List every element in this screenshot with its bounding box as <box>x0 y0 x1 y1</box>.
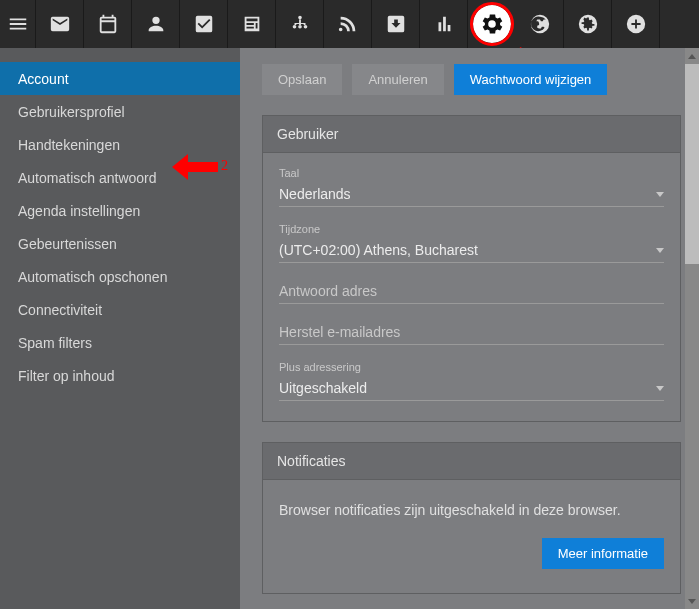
plus-addressing-label: Plus adressering <box>279 361 664 373</box>
plus-addressing-select[interactable]: Uitgeschakeld <box>279 376 664 401</box>
check-icon[interactable] <box>180 0 228 48</box>
sidebar-item-label: Automatisch opschonen <box>18 269 167 285</box>
person-icon[interactable] <box>132 0 180 48</box>
timezone-select[interactable]: (UTC+02:00) Athens, Bucharest <box>279 238 664 263</box>
news-icon[interactable] <box>228 0 276 48</box>
save-button[interactable]: Opslaan <box>262 64 342 95</box>
sidebar-item-label: Gebeurtenissen <box>18 236 117 252</box>
plus-addressing-value: Uitgeschakeld <box>279 380 367 396</box>
sidebar-item-label: Automatisch antwoord <box>18 170 157 186</box>
chevron-down-icon <box>656 192 664 197</box>
scrollbar[interactable] <box>685 48 699 609</box>
change-password-button[interactable]: Wachtwoord wijzigen <box>454 64 608 95</box>
stats-icon[interactable] <box>420 0 468 48</box>
chevron-down-icon <box>656 386 664 391</box>
download-icon[interactable] <box>372 0 420 48</box>
notifications-panel-title: Notificaties <box>263 443 680 480</box>
reply-address-input[interactable]: Antwoord adres <box>279 279 664 304</box>
timezone-value: (UTC+02:00) Athens, Bucharest <box>279 242 478 258</box>
org-icon[interactable] <box>276 0 324 48</box>
sidebar-item-events[interactable]: Gebeurtenissen <box>0 227 240 260</box>
sidebar-item-label: Spam filters <box>18 335 92 351</box>
scrollbar-down-icon[interactable] <box>685 593 699 609</box>
sidebar-item-connectivity[interactable]: Connectiviteit <box>0 293 240 326</box>
sidebar-item-account[interactable]: Account <box>0 62 240 95</box>
more-info-button[interactable]: Meer informatie <box>542 538 664 569</box>
scrollbar-thumb[interactable] <box>685 64 699 264</box>
mail-icon[interactable] <box>36 0 84 48</box>
admin-settings-icon[interactable] <box>564 0 612 48</box>
topbar <box>0 0 699 48</box>
sidebar-item-label: Filter op inhoud <box>18 368 115 384</box>
sidebar-item-calendar[interactable]: Agenda instellingen <box>0 194 240 227</box>
language-label: Taal <box>279 167 664 179</box>
notifications-text: Browser notificaties zijn uitgeschakeld … <box>279 502 664 518</box>
annotation-arrow-2 <box>170 152 220 186</box>
calendar-icon[interactable] <box>84 0 132 48</box>
sidebar-item-auto-clean[interactable]: Automatisch opschonen <box>0 260 240 293</box>
annotation-label-2: 2 <box>221 158 228 174</box>
recovery-email-placeholder: Herstel e-mailadres <box>279 324 400 340</box>
add-icon[interactable] <box>612 0 660 48</box>
sidebar: Account Gebruikersprofiel Handtekeningen… <box>0 48 240 609</box>
chevron-down-icon <box>656 248 664 253</box>
sidebar-item-spam[interactable]: Spam filters <box>0 326 240 359</box>
notifications-panel: Notificaties Browser notificaties zijn u… <box>262 442 681 594</box>
menu-icon[interactable] <box>0 0 36 48</box>
rss-icon[interactable] <box>324 0 372 48</box>
sidebar-item-label: Connectiviteit <box>18 302 102 318</box>
sidebar-item-label: Agenda instellingen <box>18 203 140 219</box>
settings-icon[interactable] <box>473 5 511 43</box>
sidebar-item-label: Account <box>18 71 69 87</box>
reply-address-placeholder: Antwoord adres <box>279 283 377 299</box>
user-panel: Gebruiker Taal Nederlands Tijdzone (UTC+… <box>262 115 681 422</box>
sidebar-item-label: Gebruikersprofiel <box>18 104 125 120</box>
language-select[interactable]: Nederlands <box>279 182 664 207</box>
sidebar-item-content-filter[interactable]: Filter op inhoud <box>0 359 240 392</box>
sidebar-item-label: Handtekeningen <box>18 137 120 153</box>
language-value: Nederlands <box>279 186 351 202</box>
main-content: Opslaan Annuleren Wachtwoord wijzigen Ge… <box>240 48 699 609</box>
user-panel-title: Gebruiker <box>263 116 680 153</box>
scrollbar-up-icon[interactable] <box>685 48 699 64</box>
recovery-email-input[interactable]: Herstel e-mailadres <box>279 320 664 345</box>
globe-settings-icon[interactable] <box>516 0 564 48</box>
timezone-label: Tijdzone <box>279 223 664 235</box>
sidebar-item-profile[interactable]: Gebruikersprofiel <box>0 95 240 128</box>
cancel-button[interactable]: Annuleren <box>352 64 443 95</box>
